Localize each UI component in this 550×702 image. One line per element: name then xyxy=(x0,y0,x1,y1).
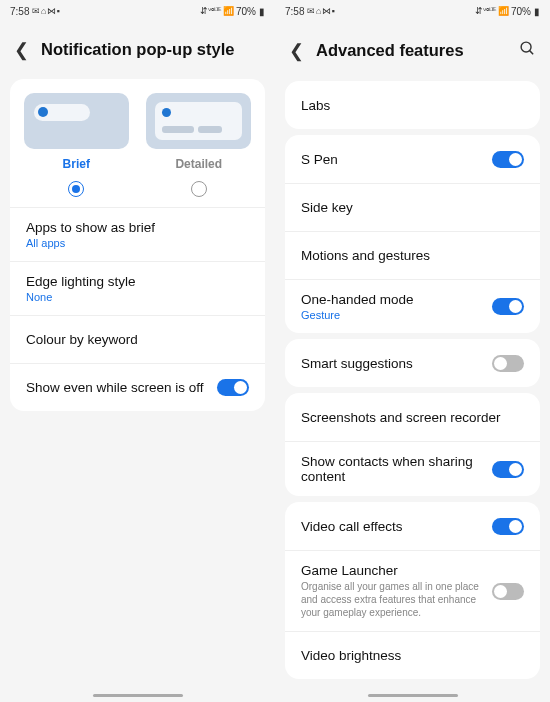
screenshots-item[interactable]: Screenshots and screen recorder xyxy=(285,393,540,441)
notification-popup-screen: 7:58 ✉ ⌂ ⋈ ▪ ⇵ ᵛᵒᴸᵀᴱ 📶 70% ▮ ❮ Notificat… xyxy=(0,0,275,702)
colour-by-keyword-item[interactable]: Colour by keyword xyxy=(10,315,265,363)
smart-suggestions-item[interactable]: Smart suggestions xyxy=(285,339,540,387)
svg-line-1 xyxy=(530,51,534,55)
style-selector: Brief Detailed xyxy=(10,79,265,207)
item-desc: Organise all your games all in one place… xyxy=(301,580,484,619)
item-title: Game Launcher xyxy=(301,563,484,578)
brief-preview xyxy=(24,93,129,149)
side-key-item[interactable]: Side key xyxy=(285,183,540,231)
one-handed-item[interactable]: One-handed mode Gesture xyxy=(285,279,540,333)
item-title: Screenshots and screen recorder xyxy=(301,410,516,425)
style-card: Brief Detailed Apps to show as brief All… xyxy=(10,79,265,411)
item-title: Apps to show as brief xyxy=(26,220,241,235)
content: Labs S Pen Side key Motions and gestures… xyxy=(275,75,550,702)
show-while-off-toggle[interactable] xyxy=(217,379,249,396)
svg-point-0 xyxy=(521,42,531,52)
battery-icon: ▮ xyxy=(259,6,265,17)
status-left-icons: ✉ ⌂ ⋈ ▪ xyxy=(32,6,58,16)
header: ❮ Advanced features xyxy=(275,22,550,75)
item-sub: Gesture xyxy=(301,309,484,321)
detailed-radio[interactable] xyxy=(191,181,207,197)
item-sub: None xyxy=(26,291,241,303)
item-title: Motions and gestures xyxy=(301,248,516,263)
group-screenshots: Screenshots and screen recorder Show con… xyxy=(285,393,540,496)
back-icon[interactable]: ❮ xyxy=(14,41,29,59)
one-handed-toggle[interactable] xyxy=(492,298,524,315)
group-media: Video call effects Game Launcher Organis… xyxy=(285,502,540,679)
brief-radio[interactable] xyxy=(68,181,84,197)
item-title: Side key xyxy=(301,200,516,215)
style-option-detailed[interactable]: Detailed xyxy=(143,93,256,197)
status-time: 7:58 xyxy=(10,6,29,17)
item-title: Edge lighting style xyxy=(26,274,241,289)
share-contacts-item[interactable]: Show contacts when sharing content xyxy=(285,441,540,496)
status-right-icons: ⇵ ᵛᵒᴸᵀᴱ 📶 xyxy=(200,6,233,16)
page-title: Advanced features xyxy=(316,41,507,60)
game-launcher-item[interactable]: Game Launcher Organise all your games al… xyxy=(285,550,540,631)
video-brightness-item[interactable]: Video brightness xyxy=(285,631,540,679)
smart-suggestions-toggle[interactable] xyxy=(492,355,524,372)
page-title: Notification pop-up style xyxy=(41,40,261,59)
labs-item[interactable]: Labs xyxy=(285,81,540,129)
item-title: Video call effects xyxy=(301,519,484,534)
show-while-off-item[interactable]: Show even while screen is off xyxy=(10,363,265,411)
video-call-effects-item[interactable]: Video call effects xyxy=(285,502,540,550)
detailed-label: Detailed xyxy=(175,157,222,171)
status-battery: 70% xyxy=(511,6,531,17)
status-bar: 7:58 ✉ ⌂ ⋈ ▪ ⇵ ᵛᵒᴸᵀᴱ 📶 70% ▮ xyxy=(0,0,275,22)
video-call-effects-toggle[interactable] xyxy=(492,518,524,535)
apps-to-show-item[interactable]: Apps to show as brief All apps xyxy=(10,207,265,261)
content: Brief Detailed Apps to show as brief All… xyxy=(0,73,275,702)
item-title: Show even while screen is off xyxy=(26,380,209,395)
search-icon[interactable] xyxy=(519,40,536,61)
back-icon[interactable]: ❮ xyxy=(289,42,304,60)
brief-label: Brief xyxy=(63,157,90,171)
home-indicator[interactable] xyxy=(368,694,458,698)
detailed-preview xyxy=(146,93,251,149)
group-suggestions: Smart suggestions xyxy=(285,339,540,387)
status-right-icons: ⇵ ᵛᵒᴸᵀᴱ 📶 xyxy=(475,6,508,16)
game-launcher-toggle[interactable] xyxy=(492,583,524,600)
item-title: Labs xyxy=(301,98,516,113)
home-indicator[interactable] xyxy=(93,694,183,698)
item-title: S Pen xyxy=(301,152,484,167)
status-left-icons: ✉ ⌂ ⋈ ▪ xyxy=(307,6,333,16)
edge-lighting-item[interactable]: Edge lighting style None xyxy=(10,261,265,315)
header: ❮ Notification pop-up style xyxy=(0,22,275,73)
s-pen-item[interactable]: S Pen xyxy=(285,135,540,183)
item-title: Show contacts when sharing content xyxy=(301,454,484,484)
item-title: Smart suggestions xyxy=(301,356,484,371)
status-battery: 70% xyxy=(236,6,256,17)
battery-icon: ▮ xyxy=(534,6,540,17)
motions-item[interactable]: Motions and gestures xyxy=(285,231,540,279)
item-title: Video brightness xyxy=(301,648,516,663)
item-title: One-handed mode xyxy=(301,292,484,307)
style-option-brief[interactable]: Brief xyxy=(20,93,133,197)
group-labs: Labs xyxy=(285,81,540,129)
share-contacts-toggle[interactable] xyxy=(492,461,524,478)
group-input: S Pen Side key Motions and gestures One-… xyxy=(285,135,540,333)
s-pen-toggle[interactable] xyxy=(492,151,524,168)
status-bar: 7:58 ✉ ⌂ ⋈ ▪ ⇵ ᵛᵒᴸᵀᴱ 📶 70% ▮ xyxy=(275,0,550,22)
item-title: Colour by keyword xyxy=(26,332,241,347)
item-sub: All apps xyxy=(26,237,241,249)
status-time: 7:58 xyxy=(285,6,304,17)
advanced-features-screen: 7:58 ✉ ⌂ ⋈ ▪ ⇵ ᵛᵒᴸᵀᴱ 📶 70% ▮ ❮ Advanced … xyxy=(275,0,550,702)
